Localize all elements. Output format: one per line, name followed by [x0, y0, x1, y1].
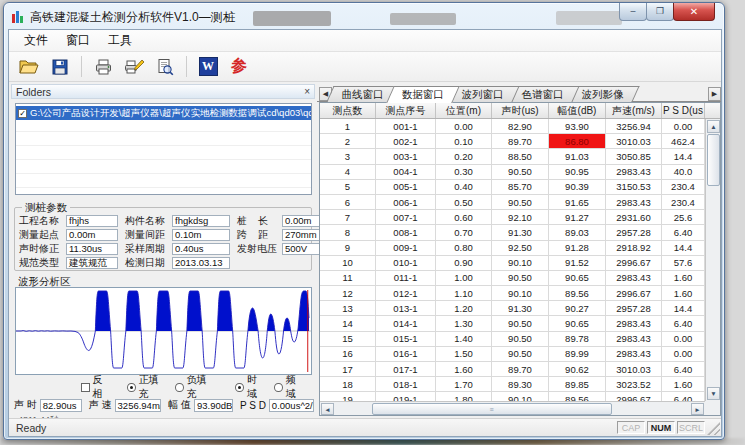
- resize-grip[interactable]: [707, 422, 720, 435]
- table-cell: 2931.60: [606, 210, 662, 224]
- table-cell: 82.90: [492, 119, 549, 133]
- table-row[interactable]: 13013-11.2091.3090.272957.2814.4: [320, 301, 705, 316]
- table-row[interactable]: 7007-10.6092.1091.272931.6025.6: [320, 210, 705, 225]
- scroll-right-icon[interactable]: ►: [691, 403, 704, 415]
- open-file-button[interactable]: [16, 55, 42, 79]
- table-cell: 4: [320, 165, 376, 179]
- table-cell: 1.50: [436, 347, 492, 361]
- table-cell: 15: [320, 332, 376, 346]
- table-cell: 002-1: [376, 134, 436, 148]
- folders-list[interactable]: ✓ G:\公司产品设计开发\超声仪器\超声仪实地检测数据调试cd\qd03\qd…: [15, 103, 312, 195]
- table-row[interactable]: 1001-10.0082.9093.903256.940.00: [320, 119, 705, 134]
- scroll-up-icon[interactable]: ▲: [707, 120, 720, 133]
- horizontal-scrollbar-thumb[interactable]: ≡: [372, 403, 612, 415]
- item-checkbox[interactable]: ✓: [18, 109, 27, 118]
- parameters-button[interactable]: 参: [226, 55, 252, 79]
- param-field[interactable]: 2013.03.13: [172, 257, 230, 269]
- tab-scroll-right-icon[interactable]: ▶: [708, 87, 721, 101]
- redacted-blur: [253, 11, 331, 26]
- table-body[interactable]: 1001-10.0082.9093.903256.940.002002-10.1…: [320, 119, 705, 401]
- table-row[interactable]: 16016-11.5090.5089.992983.430.00: [320, 347, 705, 362]
- table-cell: 1.60: [662, 271, 705, 285]
- table-cell: 40.0: [662, 165, 705, 179]
- table-cell: 008-1: [376, 225, 436, 239]
- table-cell: 3: [320, 149, 376, 163]
- param-field[interactable]: fhjhs: [66, 215, 118, 227]
- vertical-scrollbar[interactable]: ▲ ▼: [705, 119, 720, 401]
- table-row[interactable]: 15015-11.4090.5089.782983.430.00: [320, 332, 705, 347]
- maximize-button[interactable]: ❐: [646, 3, 674, 21]
- column-header-2: 位置(m): [436, 103, 492, 118]
- menu-item-1[interactable]: 窗口: [57, 29, 99, 52]
- table-cell: 89.03: [549, 225, 606, 239]
- table-cell: 92.10: [492, 210, 549, 224]
- print-button[interactable]: [90, 55, 116, 79]
- table-cell: 7: [320, 210, 376, 224]
- table-cell: 6.40: [662, 392, 705, 401]
- readout-label: 声 时: [14, 398, 37, 412]
- readout-field[interactable]: 82.90us: [40, 399, 82, 412]
- status-indicator-num: NUM: [647, 421, 675, 434]
- table-cell: 2996.67: [606, 392, 662, 401]
- menu-item-2[interactable]: 工具: [99, 29, 141, 52]
- folder-list-item[interactable]: ✓ G:\公司产品设计开发\超声仪器\超声仪实地检测数据调试cd\qd03\qd…: [16, 106, 311, 120]
- table-cell: 0.20: [436, 149, 492, 163]
- scroll-down-icon[interactable]: ▼: [707, 387, 720, 400]
- table-cell: 1.30: [436, 316, 492, 330]
- table-cell: 90.50: [492, 316, 549, 330]
- tab-1[interactable]: 数据窗口: [386, 86, 460, 103]
- table-row[interactable]: 6006-10.5090.5091.652983.43230.4: [320, 195, 705, 210]
- table-row[interactable]: 12012-11.1090.1089.562996.671.60: [320, 286, 705, 301]
- waveform-canvas[interactable]: [15, 287, 312, 375]
- folders-close-icon[interactable]: ×: [304, 87, 310, 97]
- param-field[interactable]: 0.40us: [172, 243, 230, 255]
- table-row[interactable]: 10010-10.9090.1091.522996.6757.6: [320, 256, 705, 271]
- vertical-scrollbar-thumb[interactable]: [707, 134, 720, 186]
- horizontal-scrollbar[interactable]: ◄ ≡ ►: [320, 401, 705, 415]
- print-preview-button[interactable]: [152, 55, 178, 79]
- table-row[interactable]: 5005-10.4085.7090.393150.53230.4: [320, 180, 705, 195]
- minimize-button[interactable]: –: [619, 3, 647, 21]
- scrollbar-corner: [705, 401, 720, 415]
- title-bar[interactable]: 高铁建混凝土检测分析软件V1.0—测桩 – ❐ ✕: [4, 3, 724, 29]
- param-label: 采样周期: [125, 242, 172, 256]
- column-header-3: 声时(us): [492, 103, 549, 118]
- table-row[interactable]: 8008-10.7091.3089.032957.286.40: [320, 225, 705, 240]
- table-row[interactable]: 17017-11.6089.7090.623010.036.40: [320, 362, 705, 377]
- print-setup-button[interactable]: [121, 55, 147, 79]
- readout-field[interactable]: 0.00us^2/m: [269, 399, 314, 412]
- readout-field[interactable]: 3256.94m/s: [115, 399, 162, 412]
- table-cell: 1: [320, 119, 376, 133]
- tabs: 曲线窗口数据窗口波列窗口色谱窗口波列影像: [336, 86, 636, 102]
- save-button[interactable]: [47, 55, 73, 79]
- table-cell: 12: [320, 286, 376, 300]
- param-field[interactable]: fhgkdsg: [172, 215, 230, 227]
- scroll-left-icon[interactable]: ◄: [321, 403, 334, 415]
- close-button[interactable]: ✕: [673, 3, 715, 21]
- param-field[interactable]: 0.00m: [66, 229, 118, 241]
- param-field[interactable]: 11.30us: [66, 243, 118, 255]
- table-row[interactable]: 9009-10.8092.5091.282918.9214.4: [320, 241, 705, 256]
- table-cell: 1.10: [436, 286, 492, 300]
- table-row[interactable]: 4004-10.3090.5090.952983.4340.0: [320, 165, 705, 180]
- param-field[interactable]: 建筑规范: [66, 257, 118, 269]
- status-indicator-cap: CAP: [617, 421, 645, 434]
- tab-label: 波列影像: [582, 88, 624, 102]
- table-row[interactable]: 19019-11.8090.1089.562996.676.40: [320, 392, 705, 401]
- table-cell: 462.4: [662, 134, 705, 148]
- table-row[interactable]: 14014-11.3090.5090.652983.436.40: [320, 316, 705, 331]
- parameters-icon: 参: [231, 56, 247, 77]
- menu-item-0[interactable]: 文件: [15, 29, 57, 52]
- readout-field[interactable]: 93.90dB: [194, 399, 233, 412]
- table-row[interactable]: 2002-10.1089.7086.803010.03462.4: [320, 134, 705, 149]
- table-cell: 230.4: [662, 180, 705, 194]
- table-cell: 3010.03: [606, 134, 662, 148]
- table-cell: 90.95: [549, 165, 606, 179]
- table-cell: 017-1: [376, 362, 436, 376]
- word-export-button[interactable]: W: [195, 55, 221, 79]
- table-row[interactable]: 11011-11.0090.5090.652983.431.60: [320, 271, 705, 286]
- param-field[interactable]: 0.10m: [172, 229, 230, 241]
- table-row[interactable]: 3003-10.2088.5091.033050.8514.4: [320, 149, 705, 164]
- toolbar-separator: [186, 56, 187, 77]
- table-row[interactable]: 18018-11.7089.3089.853023.521.60: [320, 377, 705, 392]
